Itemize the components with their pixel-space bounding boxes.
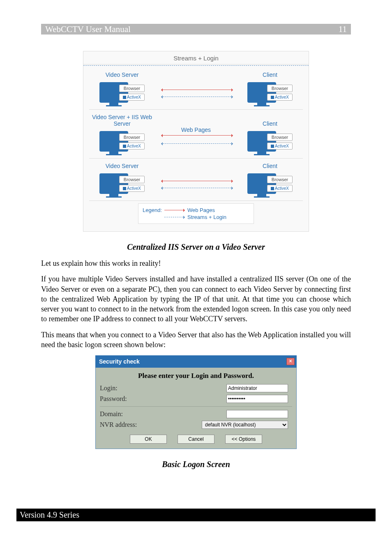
password-label: Password: bbox=[100, 395, 170, 403]
browser-chip: Browser bbox=[267, 134, 293, 141]
activex-chip: ActiveX bbox=[119, 185, 145, 192]
activex-chip: ActiveX bbox=[267, 94, 293, 101]
client-label: Client bbox=[237, 163, 303, 169]
architecture-diagram: Streams + Login Video Server Browser Act… bbox=[83, 51, 309, 232]
domain-label: Domain: bbox=[100, 410, 170, 418]
cancel-button[interactable]: Cancel bbox=[178, 435, 214, 444]
legend-web-pages: Web Pages bbox=[187, 207, 215, 213]
arrow-red-icon bbox=[161, 181, 233, 181]
diagram-left-col: Video Server Browser ActiveX bbox=[89, 71, 155, 105]
arrow-red-icon bbox=[161, 135, 233, 136]
legend-label: Legend: bbox=[143, 207, 162, 213]
browser-chip: Browser bbox=[119, 176, 145, 183]
login-label: Login: bbox=[100, 385, 170, 392]
monitor-icon: Browser ActiveX bbox=[99, 171, 145, 196]
client-label: Client bbox=[237, 71, 303, 78]
activex-chip: ActiveX bbox=[267, 143, 293, 150]
diagram-left-col: Video Server Browser ActiveX bbox=[89, 163, 155, 196]
monitor-icon: Browser ActiveX bbox=[247, 129, 293, 154]
login-instruction: Please enter your Login and Password. bbox=[100, 372, 292, 380]
legend-streams-login: Streams + Login bbox=[187, 214, 226, 220]
server-label: Video Server bbox=[89, 163, 155, 169]
server-label: Video Server bbox=[89, 71, 155, 78]
dialog-title: Security check bbox=[99, 358, 140, 365]
browser-chip: Browser bbox=[267, 176, 293, 183]
diagram-legend: Legend: Web Pages Legend: Streams + Logi… bbox=[138, 203, 254, 224]
page-number: 11 bbox=[339, 24, 347, 35]
diagram-right-col: Client Browser ActiveX bbox=[237, 163, 303, 196]
arrow-red-icon bbox=[161, 90, 233, 90]
figure-caption-1: Centralized IIS Server on a Video Server bbox=[41, 242, 351, 252]
diagram-top-label: Streams + Login bbox=[83, 51, 309, 64]
browser-chip: Browser bbox=[267, 85, 293, 92]
nvr-label: NVR address: bbox=[100, 421, 170, 428]
paragraph-3: This means that when you connect to a Vi… bbox=[41, 330, 351, 350]
doc-title: WebCCTV User Manual bbox=[45, 24, 131, 35]
monitor-icon: Browser ActiveX bbox=[99, 80, 145, 105]
page-header: WebCCTV User Manual 11 bbox=[41, 24, 351, 35]
activex-chip: ActiveX bbox=[119, 94, 145, 101]
dialog-titlebar: Security check × bbox=[95, 355, 297, 368]
diagram-row: Video Server Browser ActiveX Client Brow… bbox=[89, 161, 303, 201]
arrow-dashed-icon bbox=[161, 143, 233, 144]
diagram-left-col: Video Server + IIS Web Server Browser Ac… bbox=[89, 114, 155, 154]
monitor-icon: Browser ActiveX bbox=[99, 129, 145, 154]
close-icon[interactable]: × bbox=[286, 358, 295, 365]
nvr-select[interactable]: default NVR (localhost) bbox=[202, 421, 288, 429]
separator bbox=[100, 406, 292, 407]
password-input[interactable] bbox=[226, 395, 288, 403]
server-label: Video Server + IIS Web Server bbox=[89, 114, 155, 127]
login-input[interactable] bbox=[226, 384, 288, 392]
footer-version: Version 4.9 Series bbox=[16, 509, 376, 521]
legend-line-red-icon bbox=[164, 210, 185, 210]
paragraph-2: If you have multiple Video Servers insta… bbox=[41, 274, 351, 324]
login-dialog: Security check × Please enter your Login… bbox=[95, 355, 297, 449]
monitor-icon: Browser ActiveX bbox=[247, 171, 293, 196]
browser-chip: Browser bbox=[119, 134, 145, 141]
paragraph-1: Let us explain how this works in reality… bbox=[41, 258, 351, 268]
legend-line-dash-icon bbox=[164, 217, 185, 217]
activex-chip: ActiveX bbox=[119, 143, 145, 150]
arrow-dashed-icon bbox=[161, 188, 233, 188]
diagram-row: Video Server + IIS Web Server Browser Ac… bbox=[89, 112, 303, 159]
domain-input[interactable] bbox=[226, 410, 288, 418]
client-label: Client bbox=[237, 120, 303, 127]
monitor-icon: Browser ActiveX bbox=[247, 80, 293, 105]
diagram-mid-label: Web Pages bbox=[181, 127, 211, 133]
ok-button[interactable]: OK bbox=[130, 435, 167, 444]
diagram-right-col: Client Browser ActiveX bbox=[237, 120, 303, 154]
activex-chip: ActiveX bbox=[267, 185, 293, 192]
diagram-right-col: Client Browser ActiveX bbox=[237, 71, 303, 105]
browser-chip: Browser bbox=[119, 85, 145, 92]
options-button[interactable]: << Options bbox=[225, 435, 262, 444]
diagram-row: Video Server Browser ActiveX Client Brow… bbox=[89, 70, 303, 110]
figure-caption-2: Basic Logon Screen bbox=[41, 460, 351, 469]
arrow-dashed-icon bbox=[161, 97, 233, 97]
